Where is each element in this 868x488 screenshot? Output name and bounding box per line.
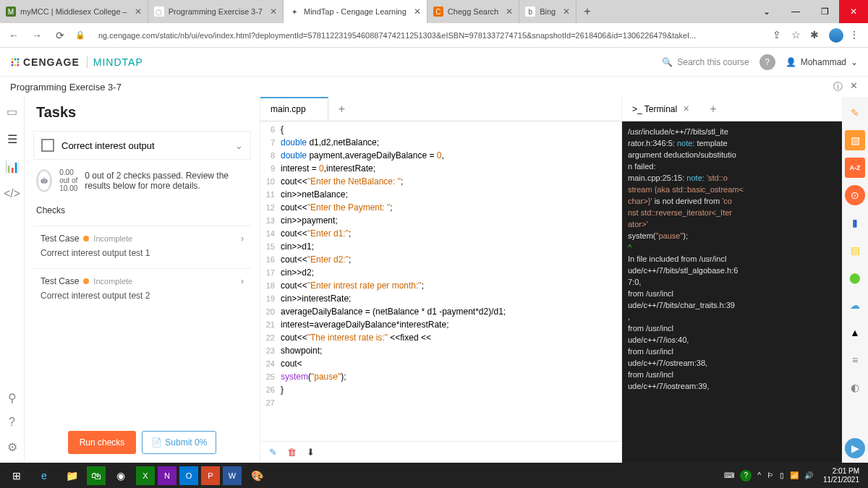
browser-tab[interactable]: ✦MindTap - Cengage Learning✕ [284,0,427,23]
terminal-tab[interactable]: >_ Terminal ✕ [622,97,699,121]
code-icon[interactable]: </> [5,187,20,201]
score-circle-icon: 🤖 [36,169,52,192]
svg-point-7 [17,64,20,66]
globe-icon[interactable]: ⊙ [845,185,865,205]
menu-icon[interactable]: ⋮ [849,29,862,42]
rss-icon[interactable]: ▧ [845,130,865,150]
extension-icon[interactable]: ✱ [810,29,823,42]
onenote-icon[interactable]: N [158,466,176,485]
chevron-right-icon: › [241,276,244,286]
highlight-icon[interactable]: ⬤ [845,267,865,288]
task-checkbox[interactable] [41,139,54,152]
edit-icon[interactable]: ✎ [269,447,277,458]
flag-icon[interactable]: 🏳 [767,471,774,479]
tray-help-icon[interactable]: ? [740,470,752,481]
chevron-down-icon: ⌄ [851,57,858,67]
share-icon[interactable]: ⇪ [773,29,786,42]
word-icon[interactable]: W [223,466,242,485]
nav-down-icon[interactable]: ⌄ [752,0,781,23]
tab-close-icon[interactable]: ✕ [506,7,513,17]
pencil-tool-icon[interactable]: ✎ [845,103,865,123]
browser-tab[interactable]: ◌Programming Exercise 3-7✕ [148,0,284,23]
tray-up-icon[interactable]: ^ [757,471,761,479]
share-rail-icon[interactable]: ⚲ [5,390,20,405]
url-field[interactable]: ng.cengage.com/static/nb/ui/evo/index.ht… [93,28,765,43]
keyboard-icon[interactable]: ⌨ [724,471,734,479]
list-icon[interactable]: ☰ [5,132,20,146]
download-icon[interactable]: ⬇ [307,447,315,458]
editor-add-tab[interactable]: + [328,97,355,121]
editor-tab-main[interactable]: main.cpp [260,97,328,121]
paint-icon[interactable]: 🎨 [244,465,269,487]
browser-titlebar: MmyMCC | Middlesex College – ✕◌Programmi… [0,0,868,23]
chrome-icon[interactable]: ◉ [109,465,133,487]
windows-taskbar: ⊞ e 📁 🛍 ◉ X N O P W 🎨 ⌨ ? ^ 🏳 ▯ 📶 🔊 2:01… [0,463,868,488]
browser-tab[interactable]: CChegg Search✕ [427,0,519,23]
terminal-output[interactable]: /usr/include/c++/7/bits/stl_iterator.h:3… [622,121,842,463]
svg-point-6 [14,64,17,66]
minimize-button[interactable]: — [781,0,810,23]
drive-icon[interactable]: ▲ [845,322,865,343]
check-item[interactable]: Test Case Incomplete›Correct interest ou… [33,226,251,265]
chart-icon[interactable]: 📊 [5,159,20,174]
cloud-icon[interactable]: ☁ [845,295,865,315]
search-course[interactable]: 🔍 Search this course [662,57,749,67]
score-num: 0.00 [59,168,77,176]
book-tool-icon[interactable]: ▮ [845,213,865,233]
delete-icon[interactable]: 🗑 [287,447,297,458]
excel-icon[interactable]: X [136,466,155,485]
tab-close-icon[interactable]: ✕ [414,7,421,17]
cengage-header: CENGAGE MINDTAP 🔍 Search this course ? 👤… [0,48,868,77]
az-icon[interactable]: A-Z [845,158,865,178]
note-icon[interactable]: ▤ [845,240,865,260]
help-button[interactable]: ? [760,54,775,70]
info-icon[interactable]: ⓘ [833,80,843,93]
play-button[interactable]: ▶ [845,438,865,458]
start-button[interactable]: ⊞ [4,465,29,487]
powerpoint-icon[interactable]: P [201,466,220,485]
user-menu[interactable]: 👤 Mohammad ⌄ [786,57,858,67]
check-item[interactable]: Test Case Incomplete›Correct interest ou… [33,268,251,308]
help-rail-icon[interactable]: ? [5,415,20,429]
battery-icon[interactable]: ▯ [780,471,784,479]
tab-close-icon[interactable]: ✕ [270,7,277,17]
edge-icon[interactable]: e [32,465,56,487]
lines-icon[interactable]: ≡ [845,350,865,370]
task-item[interactable]: Correct interest output ⌄ [33,131,251,160]
user-name: Mohammad [801,57,846,67]
star-icon[interactable]: ☆ [791,29,804,42]
close-exercise-button[interactable]: ✕ [850,80,858,93]
circle-icon[interactable]: ◐ [845,377,865,398]
book-icon[interactable]: ▭ [5,104,20,119]
tab-close-icon[interactable]: ✕ [563,7,570,17]
run-row: Run checks 📄 Submit 0% [25,422,260,463]
score-mid: out of [59,176,77,184]
run-checks-button[interactable]: Run checks [68,431,137,454]
settings-icon[interactable]: ⚙ [5,440,20,454]
explorer-icon[interactable]: 📁 [59,465,84,487]
volume-icon[interactable]: 🔊 [804,471,813,479]
close-icon[interactable]: ✕ [683,104,689,114]
terminal-add-tab[interactable]: + [699,97,726,121]
outlook-icon[interactable]: O [179,466,198,485]
cengage-logo[interactable]: CENGAGE MINDTAP [10,56,143,68]
clock[interactable]: 2:01 PM 11/21/2021 [819,467,864,484]
browser-tab[interactable]: bBing✕ [519,0,576,23]
wifi-icon[interactable]: 📶 [790,471,799,479]
maximize-button[interactable]: ❐ [810,0,839,23]
store-icon[interactable]: 🛍 [87,466,106,485]
tab-close-icon[interactable]: ✕ [135,7,142,17]
new-tab-button[interactable]: + [576,5,597,18]
forward-button[interactable]: → [29,30,45,41]
submit-button[interactable]: 📄 Submit 0% [142,431,216,454]
search-icon: 🔍 [662,57,673,67]
browser-tab[interactable]: MmyMCC | Middlesex College – ✕ [0,0,148,23]
close-window-button[interactable]: ✕ [839,0,868,23]
code-editor[interactable]: 6{7double d1,d2,netBalance;8double payme… [260,121,621,441]
back-button[interactable]: ← [6,30,22,41]
reload-button[interactable]: ⟳ [52,30,68,41]
editor-tabs: main.cpp + [260,97,621,121]
svg-point-2 [17,58,20,60]
system-tray: ⌨ ? ^ 🏳 ▯ 📶 🔊 2:01 PM 11/21/2021 [724,467,864,484]
profile-avatar[interactable] [829,28,843,43]
